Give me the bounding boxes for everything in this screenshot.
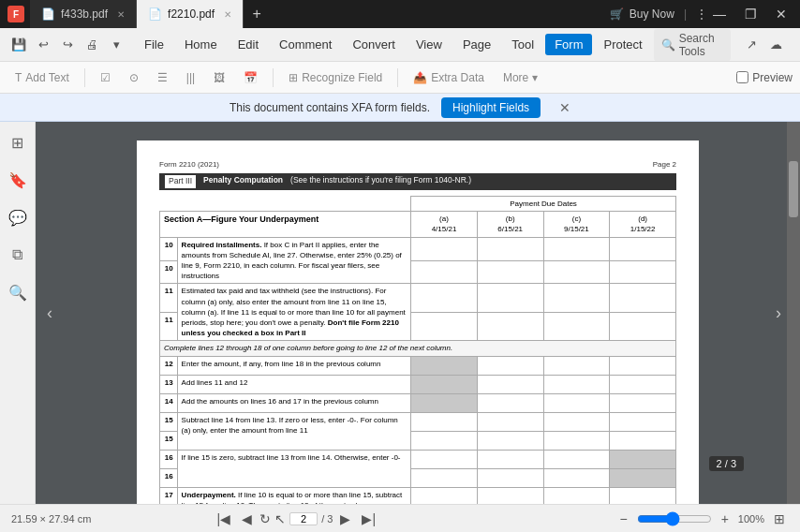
line-13-b[interactable] [477, 375, 543, 393]
line-10-a2[interactable] [411, 260, 478, 284]
zoom-out-button[interactable]: − [615, 510, 630, 528]
image-button[interactable]: 🖼 [206, 68, 232, 87]
line-13-d[interactable] [610, 375, 676, 393]
menu-comment[interactable]: Comment [270, 34, 341, 55]
line-11-a2[interactable] [411, 312, 478, 340]
line-17-b[interactable] [477, 487, 543, 504]
prev-page-button[interactable]: ◀ [238, 510, 256, 528]
cursor-icon[interactable]: ↖ [274, 511, 286, 526]
more-icon[interactable]: ▾ [105, 34, 127, 56]
line-16-b[interactable] [477, 450, 543, 468]
redo-icon[interactable]: ↪ [56, 34, 79, 56]
line-12-b[interactable] [477, 356, 543, 375]
line-17-d[interactable] [610, 487, 676, 504]
menu-home[interactable]: Home [175, 34, 227, 55]
buy-now-button[interactable]: 🛒 [610, 7, 624, 21]
next-page-arrow[interactable]: › [776, 303, 781, 323]
line-11-d2[interactable] [610, 312, 676, 340]
comment-icon[interactable]: 💬 [5, 204, 31, 230]
layers-icon[interactable]: ⧉ [5, 242, 31, 268]
line-10-a[interactable] [411, 237, 478, 260]
menu-view[interactable]: View [407, 34, 452, 55]
tab-close-2[interactable]: ✕ [224, 9, 231, 20]
prev-page-arrow[interactable]: ‹ [47, 303, 52, 323]
add-tab-button[interactable]: + [244, 0, 270, 28]
close-button[interactable]: ✕ [770, 5, 793, 23]
line-11-b2[interactable] [477, 312, 543, 340]
next-page-button[interactable]: ▶ [336, 510, 354, 528]
line-15-a2[interactable] [411, 431, 478, 450]
highlight-fields-button[interactable]: Highlight Fields [441, 97, 541, 118]
tab-f2210[interactable]: 📄 f2210.pdf ✕ [137, 0, 244, 28]
line-13-c[interactable] [543, 375, 610, 393]
rotate-icon[interactable]: ↻ [259, 511, 271, 526]
maximize-button[interactable]: ❐ [739, 5, 763, 23]
print-icon[interactable]: 🖨 [81, 34, 103, 56]
first-page-button[interactable]: |◀ [214, 510, 235, 528]
minimize-button[interactable]: — [707, 5, 732, 23]
line-16-a[interactable] [411, 450, 478, 468]
zoom-slider[interactable] [637, 511, 712, 526]
line-16-a2[interactable] [411, 468, 478, 487]
date-button[interactable]: 📅 [236, 68, 265, 87]
menu-form[interactable]: Form [545, 34, 592, 55]
line-15-b2[interactable] [477, 431, 543, 450]
menu-edit[interactable]: Edit [229, 34, 268, 55]
pdf-scrollbar[interactable] [787, 122, 800, 504]
line-15-c2[interactable] [543, 431, 610, 450]
fit-page-button[interactable]: ⊞ [770, 510, 789, 528]
menu-file[interactable]: File [135, 34, 173, 55]
barcode-button[interactable]: ||| [179, 68, 202, 87]
page-number-input[interactable] [289, 512, 318, 525]
line-10-c[interactable] [543, 237, 610, 260]
menu-convert[interactable]: Convert [343, 34, 405, 55]
line-12-c[interactable] [543, 356, 610, 375]
share-icon[interactable]: ↗ [740, 34, 763, 56]
notification-close-button[interactable]: ✕ [559, 100, 570, 115]
extra-data-button[interactable]: 📤 Extra Data [406, 68, 492, 87]
line-10-b[interactable] [477, 237, 543, 260]
titlebar-menu-icon[interactable]: ⋮ [696, 7, 707, 21]
scroll-thumb[interactable] [789, 161, 798, 217]
save-icon[interactable]: 💾 [7, 34, 30, 56]
line-10-d[interactable] [610, 237, 676, 260]
listbox-button[interactable]: ☰ [150, 68, 175, 87]
bookmark-icon[interactable]: 🔖 [5, 167, 31, 193]
last-page-button[interactable]: ▶| [358, 510, 379, 528]
line-17-a[interactable] [411, 487, 478, 504]
menu-tool[interactable]: Tool [502, 34, 543, 55]
line-10-c2[interactable] [543, 260, 610, 284]
recognize-field-button[interactable]: ⊞ Recognize Field [281, 68, 390, 87]
search-side-icon[interactable]: 🔍 [5, 279, 31, 305]
line-15-b[interactable] [477, 412, 543, 431]
line-14-c[interactable] [543, 393, 610, 412]
line-17-c[interactable] [543, 487, 610, 504]
line-11-c[interactable] [543, 284, 610, 312]
line-15-d2[interactable] [610, 431, 676, 450]
line-11-c2[interactable] [543, 312, 610, 340]
line-10-b2[interactable] [477, 260, 543, 284]
thumbnail-icon[interactable]: ⊞ [5, 129, 31, 155]
add-text-button[interactable]: T Add Text [7, 68, 77, 87]
line-16-c[interactable] [543, 450, 610, 468]
search-tools-button[interactable]: 🔍 Search Tools [654, 29, 731, 61]
buy-now-label[interactable]: Buy Now [630, 7, 674, 21]
line-12-d[interactable] [610, 356, 676, 375]
menu-protect[interactable]: Protect [594, 34, 651, 55]
line-15-c[interactable] [543, 412, 610, 431]
line-16-b2[interactable] [477, 468, 543, 487]
line-10-d2[interactable] [610, 260, 676, 284]
tab-close-1[interactable]: ✕ [117, 9, 125, 20]
menu-page[interactable]: Page [453, 34, 500, 55]
undo-icon[interactable]: ↩ [32, 34, 54, 56]
line-15-a[interactable] [411, 412, 478, 431]
line-11-a[interactable] [411, 284, 478, 312]
cloud-icon[interactable]: ☁ [764, 34, 787, 56]
zoom-in-button[interactable]: + [718, 510, 733, 528]
line-15-d[interactable] [610, 412, 676, 431]
line-14-b[interactable] [477, 393, 543, 412]
preview-checkbox[interactable] [736, 71, 748, 83]
line-11-b[interactable] [477, 284, 543, 312]
more-button[interactable]: More ▾ [496, 68, 545, 87]
radio-button[interactable]: ⊙ [122, 68, 146, 87]
